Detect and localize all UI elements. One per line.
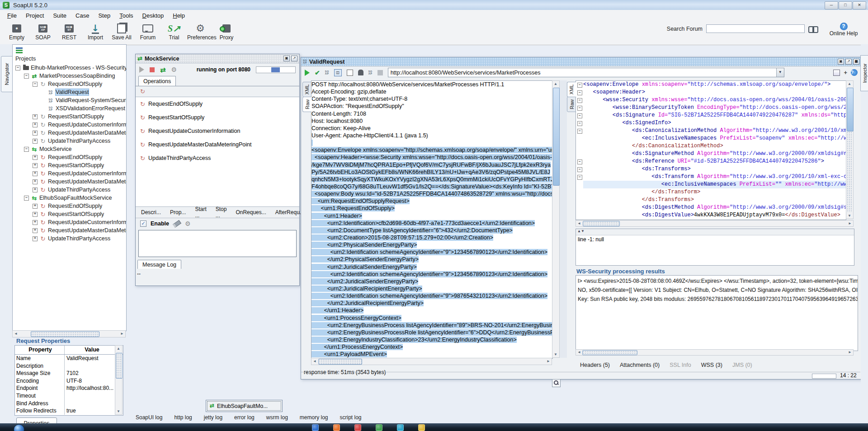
mock-operations-list[interactable]: ↻RequestEndOfSupply↻RequestStartOfSupply… bbox=[136, 97, 299, 207]
fold-collapse-icon[interactable]: − bbox=[577, 90, 582, 95]
tree-item[interactable]: −Elhub-MarketProcesses - WS-Security bbox=[13, 64, 127, 72]
menu-suite[interactable]: Suite bbox=[48, 11, 71, 20]
tree-item[interactable]: +↻RequestEndOfSupply bbox=[13, 202, 127, 210]
expand-icon[interactable]: + bbox=[33, 122, 38, 127]
request-vscrollbar[interactable]: ▲ ▼ bbox=[552, 80, 560, 358]
inspector-dock-tab[interactable]: Inspector bbox=[860, 55, 868, 91]
mock-script-editor[interactable] bbox=[138, 230, 297, 257]
eraser-icon[interactable] bbox=[173, 220, 181, 227]
expand-icon[interactable]: + bbox=[33, 212, 38, 217]
mock-operation-item[interactable]: ↻RequestStartOfSupply bbox=[136, 111, 299, 124]
toolbar-preferences-button[interactable]: ⚙Preferences bbox=[187, 23, 213, 41]
collapse-icon[interactable]: − bbox=[15, 66, 20, 70]
toolbar-save-all-button[interactable]: Save All bbox=[108, 23, 135, 41]
property-row[interactable]: EncodingUTF-8 bbox=[15, 377, 123, 385]
scroll-right-icon[interactable]: ► bbox=[847, 350, 853, 355]
toolbar-proxy-button[interactable]: Proxy bbox=[213, 23, 240, 41]
fold-collapse-icon[interactable]: − bbox=[577, 106, 582, 111]
mockservice-titlebar[interactable]: ⇄ MockService ▣ ↗ bbox=[136, 54, 299, 63]
expand-icon[interactable]: + bbox=[33, 236, 38, 241]
tree-item[interactable]: −⇆ElhubSoapFaultMockService bbox=[13, 194, 127, 202]
expand-icon[interactable]: + bbox=[33, 155, 38, 160]
collapse-icon[interactable]: − bbox=[24, 147, 29, 152]
taskbar[interactable] bbox=[0, 423, 868, 431]
cancel-request-icon[interactable] bbox=[347, 70, 353, 76]
gear-icon[interactable]: ⚙ bbox=[171, 66, 177, 73]
property-value[interactable] bbox=[65, 392, 118, 400]
property-row[interactable]: Timeout bbox=[15, 392, 123, 400]
tree-item[interactable]: +↻UpdateThirdPartyAccess bbox=[13, 137, 127, 145]
menu-step[interactable]: Step bbox=[94, 11, 115, 20]
tab-ssl-info[interactable]: SSL Info bbox=[670, 362, 691, 368]
expand-icon[interactable]: + bbox=[33, 228, 38, 233]
tree-item[interactable]: +↻RequestEndOfSupply bbox=[13, 153, 127, 161]
mock-operation-item[interactable]: ↻RequestUpdateCustomerInformation bbox=[136, 124, 299, 138]
scroll-down-icon[interactable]: ▼ bbox=[846, 213, 853, 219]
log-tab-wsrm[interactable]: wsrm log bbox=[266, 414, 288, 421]
expand-icon[interactable]: + bbox=[33, 114, 38, 119]
maximize-window-icon[interactable]: ↗ bbox=[291, 56, 297, 61]
menu-project[interactable]: Project bbox=[21, 11, 48, 20]
tree-view-options-icon[interactable] bbox=[16, 47, 23, 54]
scroll-up-icon[interactable]: ▲ bbox=[552, 81, 559, 87]
validrequest-titlebar[interactable]: SOAP ValidRequest ▣ ↗ ■ bbox=[301, 57, 861, 66]
property-column-header[interactable]: Property bbox=[15, 346, 65, 354]
tree-item[interactable]: +↻RequestStartOfSupply bbox=[13, 210, 127, 218]
credentials-icon[interactable] bbox=[358, 70, 363, 75]
property-value[interactable]: UTF-8 bbox=[65, 377, 118, 385]
expand-icon[interactable]: + bbox=[33, 204, 38, 209]
properties-vscrollbar[interactable]: ▲ ▼ bbox=[115, 345, 123, 415]
minimized-window-button[interactable]: ⇄ ElhubSoapFaultMo... bbox=[206, 400, 283, 412]
tree-item[interactable]: +↻RequestUpdateMasterDataMeteringPoint bbox=[13, 178, 127, 186]
property-row[interactable]: Follow Redirectstrue bbox=[15, 407, 123, 415]
tree-item[interactable]: +↻RequestUpdateCustomerInformation bbox=[13, 169, 127, 178]
tree-item[interactable]: +↻RequestStartOfSupply bbox=[13, 112, 127, 121]
app-icon-orange[interactable] bbox=[333, 424, 340, 431]
recreate-request-icon[interactable]: SOAP bbox=[325, 70, 329, 75]
property-row[interactable]: Bind Address bbox=[15, 400, 123, 408]
editor-layout-icon[interactable]: ◫ bbox=[334, 69, 342, 76]
close-window-icon[interactable]: ■ bbox=[853, 59, 859, 65]
mock-operation-icon[interactable]: ↻ bbox=[140, 89, 145, 94]
menu-case[interactable]: Case bbox=[71, 11, 94, 20]
scroll-up-icon[interactable]: ▲ bbox=[846, 81, 853, 87]
mock-tab-afterrequ[interactable]: AfterRequ... bbox=[275, 209, 304, 216]
response-vscrollbar[interactable]: ▲ ▼ bbox=[846, 80, 854, 219]
tab-operations[interactable]: Operations bbox=[138, 76, 176, 86]
log-tab-error[interactable]: error log bbox=[234, 414, 255, 421]
response-hscrollbar[interactable]: ◄ ► bbox=[576, 220, 854, 227]
toolbar-forum-button[interactable]: Forum bbox=[135, 23, 161, 41]
minimize-button[interactable]: ─ bbox=[825, 1, 838, 9]
project-tree[interactable]: −Elhub-MarketProcesses - WS-Security−⇄Ma… bbox=[13, 64, 126, 317]
maximize-window-icon[interactable]: ↗ bbox=[845, 59, 852, 65]
scroll-right-icon[interactable]: ► bbox=[847, 220, 853, 226]
menu-desktop[interactable]: Desktop bbox=[138, 11, 169, 20]
toolbar-rest-button[interactable]: RE✱STREST bbox=[56, 23, 82, 41]
property-value[interactable]: ValidRequest bbox=[65, 355, 118, 362]
toolbar-trial-button[interactable]: S↗Trial bbox=[161, 23, 187, 41]
play-icon[interactable] bbox=[139, 66, 144, 73]
mock-operation-item[interactable]: ↻RequestEndOfSupply bbox=[136, 97, 299, 111]
scroll-down-icon[interactable]: ▼ bbox=[552, 351, 559, 357]
fold-collapse-icon[interactable]: − bbox=[577, 113, 582, 118]
help-icon[interactable]: ? bbox=[851, 69, 858, 76]
tree-item[interactable]: −⇆MockService bbox=[13, 145, 127, 153]
validation-error-text[interactable]: line -1: null bbox=[576, 235, 854, 244]
app-titlebar[interactable]: S SoapUI 5.2.0 ─ □ ✕ bbox=[0, 0, 868, 10]
start-orb[interactable] bbox=[14, 424, 24, 431]
property-row[interactable]: Message Size7102 bbox=[15, 370, 123, 377]
fold-collapse-icon[interactable]: − bbox=[577, 167, 582, 172]
gear-icon[interactable]: ⚙ bbox=[185, 220, 191, 227]
wss-results-box[interactable]: l> <wsu:Expires>2015-08-28T08:08:00.469Z… bbox=[576, 275, 858, 351]
tab-jms-0-[interactable]: JMS (0) bbox=[732, 362, 752, 368]
mock-tab-onreques[interactable]: OnReques... bbox=[236, 209, 266, 216]
tree-item[interactable]: SOAPValidRequest bbox=[13, 88, 127, 96]
app-icon-yellow[interactable] bbox=[418, 424, 425, 431]
collapse-icon[interactable]: − bbox=[33, 82, 38, 87]
property-value[interactable] bbox=[65, 400, 118, 408]
tree-item[interactable]: +↻RequestUpdateMasterDataMeteringPoint bbox=[13, 226, 127, 234]
fold-collapse-icon[interactable]: − bbox=[577, 83, 582, 88]
scroll-right-icon[interactable]: ► bbox=[545, 358, 552, 364]
menu-tools[interactable]: Tools bbox=[115, 11, 137, 20]
app-icon-blue[interactable] bbox=[312, 424, 319, 431]
